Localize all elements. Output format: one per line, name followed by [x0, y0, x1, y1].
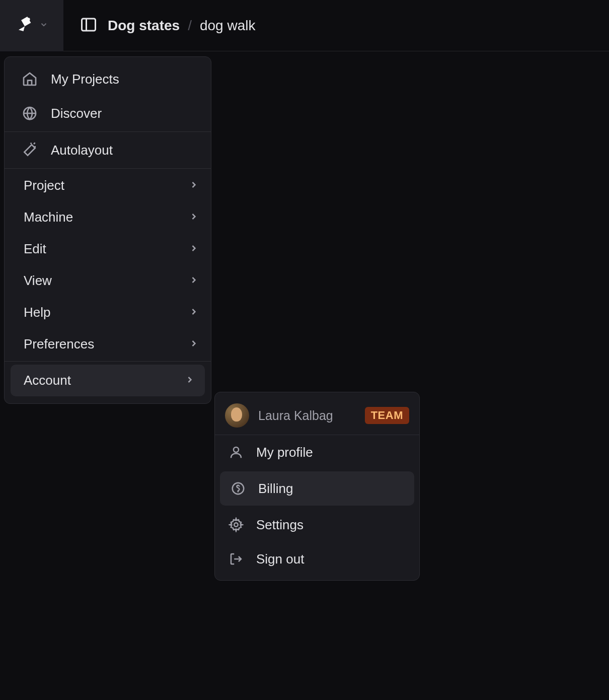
breadcrumb: Dog states / dog walk — [108, 18, 255, 34]
menu-item-my-projects[interactable]: My Projects — [5, 62, 211, 96]
menu-item-label: Discover — [51, 106, 102, 121]
menu-item-view[interactable]: View — [5, 265, 211, 297]
avatar — [225, 403, 249, 428]
chevron-right-icon — [185, 373, 195, 388]
menu-item-discover[interactable]: Discover — [5, 96, 211, 130]
app-header: Dog states / dog walk — [0, 0, 609, 51]
toolbar: Dog states / dog walk — [63, 16, 255, 36]
globe-icon — [21, 104, 39, 122]
team-badge: TEAM — [365, 407, 409, 424]
menu-item-project[interactable]: Project — [5, 170, 211, 201]
breadcrumb-separator: / — [188, 18, 192, 34]
account-username: Laura Kalbag — [258, 408, 356, 423]
svg-point-9 — [234, 523, 238, 527]
menu-item-label: My Projects — [51, 72, 119, 87]
sub-item-label: Sign out — [256, 551, 304, 567]
menu-item-label: Preferences — [24, 336, 94, 352]
dollar-circle-icon — [229, 479, 247, 498]
logo-menu-button[interactable] — [0, 0, 63, 51]
svg-line-5 — [34, 143, 35, 144]
wand-icon — [21, 141, 39, 159]
sub-item-label: Billing — [258, 481, 293, 497]
menu-item-autolayout[interactable]: Autolayout — [5, 133, 211, 167]
chevron-right-icon — [189, 305, 199, 320]
menu-item-label: Machine — [24, 209, 73, 225]
menu-item-help[interactable]: Help — [5, 297, 211, 328]
menu-item-label: Project — [24, 178, 64, 193]
svg-point-7 — [234, 447, 239, 452]
person-icon — [227, 443, 245, 461]
menu-item-label: Help — [24, 305, 50, 320]
chevron-right-icon — [189, 178, 199, 193]
main-menu: My Projects Discover Autolayout Project … — [4, 56, 211, 404]
account-item-settings[interactable]: Settings — [215, 508, 419, 542]
chevron-right-icon — [189, 336, 199, 352]
account-header: Laura Kalbag TEAM — [215, 396, 419, 435]
chevron-right-icon — [189, 209, 199, 225]
svg-rect-0 — [82, 19, 96, 31]
chevron-down-icon — [39, 20, 48, 31]
sign-out-icon — [227, 550, 245, 568]
gear-icon — [227, 516, 245, 534]
account-item-my-profile[interactable]: My profile — [215, 435, 419, 469]
account-item-billing[interactable]: Billing — [220, 471, 414, 506]
sub-item-label: My profile — [256, 445, 313, 460]
breadcrumb-project[interactable]: Dog states — [108, 18, 180, 34]
menu-item-label: Edit — [24, 241, 46, 257]
breadcrumb-item[interactable]: dog walk — [200, 18, 256, 34]
menu-item-machine[interactable]: Machine — [5, 201, 211, 233]
menu-item-preferences[interactable]: Preferences — [5, 328, 211, 360]
home-icon — [21, 70, 39, 88]
menu-item-account[interactable]: Account — [11, 365, 205, 396]
menu-item-edit[interactable]: Edit — [5, 233, 211, 265]
menu-item-label: View — [24, 273, 52, 289]
chevron-right-icon — [189, 241, 199, 257]
menu-item-label: Account — [24, 373, 71, 388]
account-item-sign-out[interactable]: Sign out — [215, 542, 419, 576]
sub-item-label: Settings — [256, 517, 303, 533]
chevron-right-icon — [189, 273, 199, 289]
menu-item-label: Autolayout — [51, 143, 113, 158]
panels-icon[interactable] — [80, 16, 98, 36]
account-submenu: Laura Kalbag TEAM My profile Billing Set… — [214, 392, 420, 581]
app-logo-icon — [15, 15, 35, 37]
